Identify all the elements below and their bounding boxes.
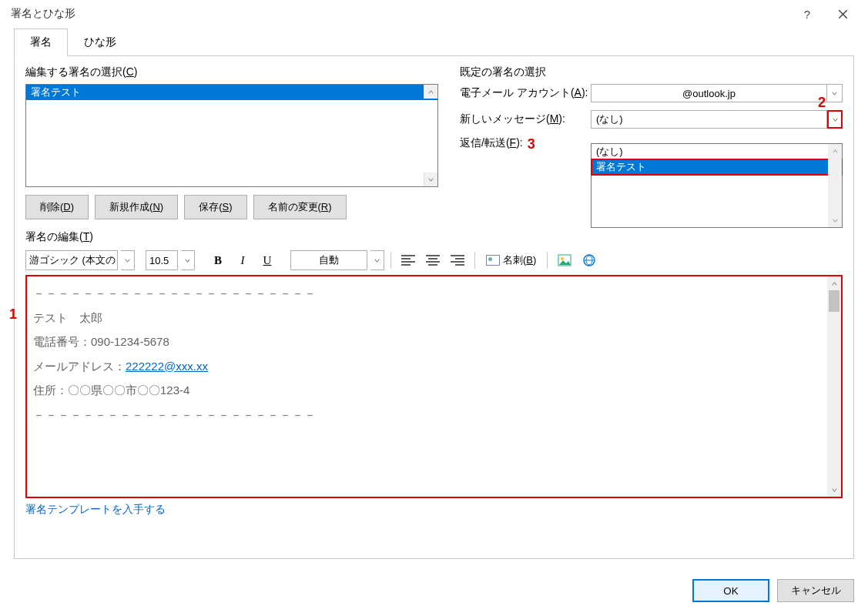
edit-signature-label: 署名の編集(T) xyxy=(25,230,843,244)
editor-separator-top: －－－－－－－－－－－－－－－－－－－－－－－ xyxy=(33,281,835,306)
dropdown-option-signature[interactable]: 署名テスト xyxy=(592,159,842,175)
scroll-down-icon[interactable] xyxy=(424,172,437,186)
editor-mail-link[interactable]: 222222@xxx.xx xyxy=(126,360,208,373)
annotation-3: 3 xyxy=(528,136,535,152)
annotation-1: 1 xyxy=(9,306,17,323)
template-link[interactable]: 署名テンプレートを入手する xyxy=(25,503,843,517)
annotation-2: 2 xyxy=(818,95,826,111)
cancel-button[interactable]: キャンセル xyxy=(777,579,854,602)
content: 署名 ひな形 編集する署名の選択(C) 署名テスト xyxy=(0,28,868,568)
signature-list[interactable]: 署名テスト xyxy=(25,84,438,187)
fontsize-select[interactable]: 10.5 xyxy=(146,250,178,270)
reply-dropdown-popup[interactable]: (なし) 署名テスト xyxy=(591,143,843,228)
default-signature-label: 既定の署名の選択 xyxy=(460,65,843,79)
tab-strip: 署名 ひな形 xyxy=(14,28,854,56)
underline-button[interactable]: U xyxy=(256,250,278,270)
help-button[interactable]: ? xyxy=(789,2,825,26)
svg-point-1 xyxy=(561,257,564,260)
scroll-down-icon[interactable] xyxy=(827,483,841,497)
fontsize-select-arrow[interactable] xyxy=(181,250,195,270)
close-icon xyxy=(838,9,848,19)
email-account-select[interactable]: @outlook.jp xyxy=(591,84,827,102)
image-icon xyxy=(558,254,571,266)
bold-button[interactable]: B xyxy=(207,250,229,270)
rename-button[interactable]: 名前の変更(R) xyxy=(253,195,347,219)
window-title: 署名とひな形 xyxy=(8,7,789,21)
scroll-up-icon[interactable] xyxy=(424,85,437,99)
format-toolbar: 游ゴシック (本文の 10.5 B I U 自動 名刺(B) xyxy=(25,249,843,272)
email-account-label: 電子メール アカウント(A): xyxy=(460,86,591,100)
new-message-dropdown-arrow[interactable] xyxy=(827,110,843,129)
email-account-dropdown-arrow[interactable] xyxy=(827,84,843,102)
new-message-select[interactable]: (なし) xyxy=(591,110,827,129)
close-button[interactable] xyxy=(825,2,860,26)
color-select-arrow[interactable] xyxy=(370,250,384,270)
editor-separator-bottom: －－－－－－－－－－－－－－－－－－－－－－－ xyxy=(33,403,835,427)
italic-button[interactable]: I xyxy=(232,250,253,270)
align-left-button[interactable] xyxy=(397,250,419,270)
scrollbar[interactable] xyxy=(424,85,437,186)
dropdown-option-none[interactable]: (なし) xyxy=(592,144,842,159)
titlebar: 署名とひな形 ? xyxy=(0,0,868,28)
delete-button[interactable]: 削除(D) xyxy=(25,195,89,219)
signature-item[interactable]: 署名テスト xyxy=(26,85,437,100)
editor-name: テスト 太郎 xyxy=(33,306,835,330)
editor-address: 住所：〇〇県〇〇市〇〇123-4 xyxy=(33,378,835,403)
insert-link-button[interactable] xyxy=(578,250,600,270)
align-center-button[interactable] xyxy=(422,250,444,270)
editor-mail: メールアドレス：222222@xxx.xx xyxy=(33,354,835,379)
ok-button[interactable]: OK xyxy=(692,579,769,602)
new-message-label: 新しいメッセージ(M): xyxy=(460,112,591,126)
font-select-arrow[interactable] xyxy=(121,250,135,270)
new-button[interactable]: 新規作成(N) xyxy=(95,195,178,219)
dialog-signatures: 署名とひな形 ? 署名 ひな形 編集する署名の選択(C) 署名テスト xyxy=(0,0,868,616)
tab-panel: 編集する署名の選択(C) 署名テスト 削除(D) xyxy=(14,56,854,559)
business-card-icon xyxy=(486,255,500,266)
font-select[interactable]: 游ゴシック (本文の xyxy=(25,250,118,270)
tab-signature[interactable]: 署名 xyxy=(14,28,68,56)
editor-scrollbar[interactable] xyxy=(827,276,841,497)
editor-phone: 電話番号：090-1234-5678 xyxy=(33,330,835,354)
link-icon xyxy=(582,253,596,267)
color-select[interactable]: 自動 xyxy=(290,250,367,270)
signature-editor[interactable]: －－－－－－－－－－－－－－－－－－－－－－－ テスト 太郎 電話番号：090-… xyxy=(25,275,843,498)
save-button[interactable]: 保存(S) xyxy=(184,195,246,219)
scroll-down-icon[interactable] xyxy=(828,213,842,227)
insert-image-button[interactable] xyxy=(554,250,575,270)
dialog-footer: OK キャンセル xyxy=(0,568,868,616)
signature-list-label: 編集する署名の選択(C) xyxy=(25,65,438,79)
scroll-up-icon[interactable] xyxy=(828,144,842,158)
dropdown-scrollbar[interactable] xyxy=(828,144,842,227)
scroll-thumb[interactable] xyxy=(829,290,840,312)
reply-forward-label: 返信/転送(F): 3 xyxy=(460,136,591,150)
business-card-button[interactable]: 名刺(B) xyxy=(481,250,541,270)
align-right-button[interactable] xyxy=(447,250,468,270)
scroll-up-icon[interactable] xyxy=(827,276,841,290)
tab-template[interactable]: ひな形 xyxy=(68,28,132,56)
